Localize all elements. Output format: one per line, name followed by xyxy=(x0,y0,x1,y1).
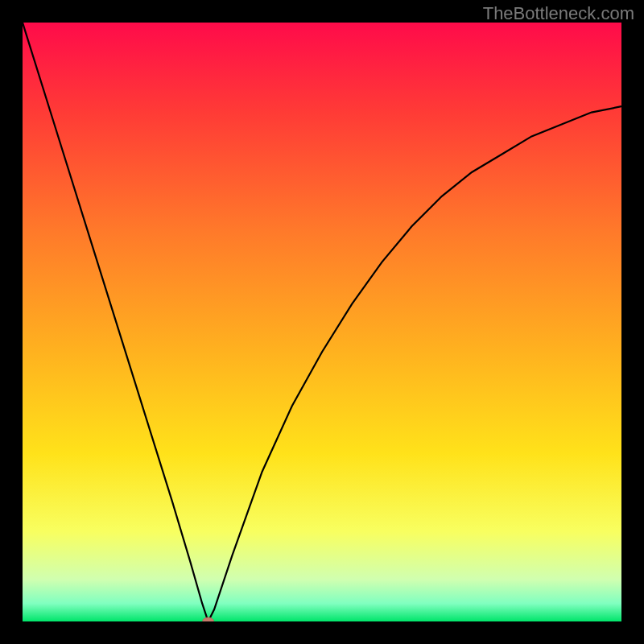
chart-frame xyxy=(23,23,621,621)
minimum-marker-icon xyxy=(203,617,214,621)
bottleneck-curve xyxy=(23,23,621,621)
watermark-text: TheBottleneck.com xyxy=(483,3,634,24)
